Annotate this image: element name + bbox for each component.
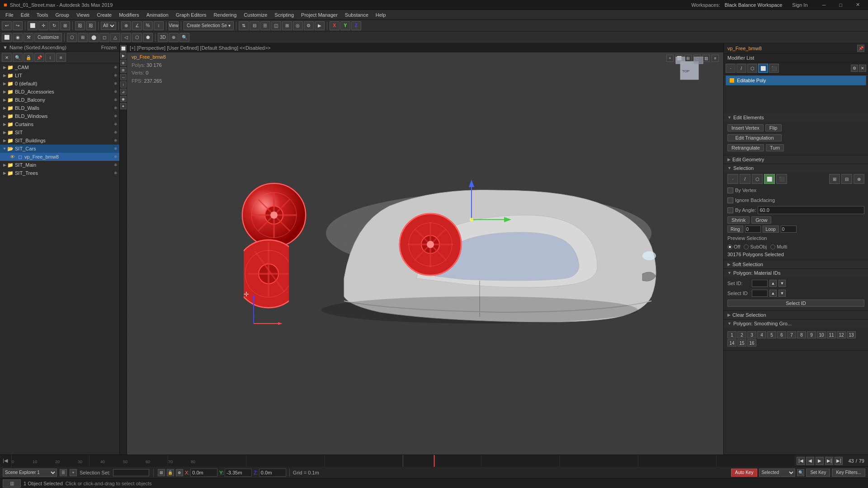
expand-cam[interactable]: ▶: [2, 65, 7, 70]
display-color-btn[interactable]: ▥: [3, 479, 21, 488]
polygon-mat-ids-header[interactable]: ▼ Polygon: Material IDs: [724, 269, 868, 277]
select-id-button[interactable]: Select ID: [727, 300, 864, 307]
goto-start-btn[interactable]: |◀: [797, 457, 805, 465]
sel-element-icon[interactable]: ⬛: [776, 174, 787, 184]
scene-item-sit[interactable]: ▶ 📁 SIT ❄: [0, 128, 119, 136]
redo-button[interactable]: ↪: [13, 21, 23, 30]
polygon-smoothing-header[interactable]: ▼ Polygon: Smoothing Gro...: [724, 319, 868, 328]
scene-item-sit-cars[interactable]: ▼ 📂 SIT_Cars ❄: [0, 145, 119, 153]
unlink-button[interactable]: ⛓: [86, 21, 96, 30]
z-axis[interactable]: Z: [351, 21, 361, 30]
edit-geometry-header[interactable]: ▶ Edit Geometry: [724, 155, 868, 164]
y-input[interactable]: [225, 469, 252, 477]
expand-bldacc[interactable]: ▶: [2, 89, 7, 94]
add-keyframe-btn[interactable]: 🔍: [797, 469, 804, 476]
left-tab-3[interactable]: ⊕: [120, 60, 127, 66]
move-button[interactable]: ✛: [38, 21, 48, 30]
expand-bldwin[interactable]: ▶: [2, 113, 7, 119]
menu-views[interactable]: Views: [73, 10, 93, 20]
scene-item-cam[interactable]: ▶ 📁 _CAM ❄: [0, 63, 119, 71]
left-tab-6[interactable]: ↕: [120, 81, 127, 88]
sm-12[interactable]: 12: [837, 331, 846, 338]
scene-item-bld-bal[interactable]: ▶ 📁 BLD_Balcony ❄: [0, 96, 119, 104]
turn-button[interactable]: Turn: [766, 144, 784, 151]
transform-mode-btn[interactable]: ⊞: [158, 469, 165, 476]
menu-create[interactable]: Create: [93, 10, 115, 20]
sel-edge-icon[interactable]: /: [740, 174, 750, 184]
sm-2[interactable]: 2: [737, 331, 746, 338]
rotate-button[interactable]: ↻: [49, 21, 59, 30]
scene-explorer-selector[interactable]: Scene Explorer 1: [3, 469, 57, 477]
scale-button[interactable]: ⊞: [60, 21, 70, 30]
soft-selection-header[interactable]: ▶ Soft Selection: [724, 260, 868, 268]
render-setup-btn[interactable]: ⚙: [304, 21, 314, 30]
create-sel-btn[interactable]: Create Selection Se ▾: [184, 21, 234, 30]
next-frame-btn[interactable]: ▶|: [825, 457, 833, 465]
vp-nav-plus[interactable]: +: [666, 55, 674, 62]
sm-11[interactable]: 11: [827, 331, 836, 338]
left-tab-2[interactable]: ▶: [120, 52, 127, 59]
menu-animation[interactable]: Animation: [143, 10, 172, 20]
scene-item-default[interactable]: ▶ 📁 0 (default) ❄: [0, 80, 119, 88]
select-id-input[interactable]: [752, 290, 768, 297]
set-id-up[interactable]: ▲: [769, 280, 777, 287]
scene-item-sit-trees[interactable]: ▶ 📁 SIT_Trees ❄: [0, 169, 119, 177]
left-tab-9[interactable]: ✦: [120, 103, 127, 109]
material-btn[interactable]: ◎: [293, 21, 303, 30]
spinner-snap[interactable]: ↕: [154, 21, 164, 30]
panel-icon-edge[interactable]: /: [736, 64, 746, 73]
left-tab-1[interactable]: ⬜: [120, 45, 127, 52]
menu-graph-editors[interactable]: Graph Editors: [172, 10, 210, 20]
align-btn[interactable]: ⊟: [250, 21, 259, 30]
timeline-bar[interactable]: 0 10 20 30 40 50 60 70 80: [11, 455, 795, 467]
auto-key-btn[interactable]: Auto Key: [731, 469, 758, 477]
sel-vertex-icon[interactable]: ·: [727, 174, 738, 184]
tools2-btn[interactable]: ⚒: [24, 33, 33, 42]
sm-3[interactable]: 3: [747, 331, 756, 338]
lock-btn[interactable]: 🔒: [167, 469, 174, 476]
set-id-down[interactable]: ▼: [778, 280, 786, 287]
expand-sit[interactable]: ▶: [2, 130, 7, 135]
expand-sittrees[interactable]: ▶: [2, 170, 7, 176]
play-btn[interactable]: ▶: [816, 457, 824, 465]
menu-project-manager[interactable]: Project Manager: [297, 10, 341, 20]
by-angle-checkbox[interactable]: [727, 207, 733, 213]
insert-vertex-button[interactable]: Insert Vertex: [727, 124, 764, 131]
coord-lock-btn[interactable]: ⊕: [176, 469, 183, 476]
sm-14[interactable]: 14: [727, 339, 736, 347]
panel-icon-polygon[interactable]: ⬜: [758, 64, 768, 73]
sm-10[interactable]: 10: [817, 331, 826, 338]
key-filters-btn[interactable]: Key Filters...: [832, 469, 865, 477]
selected-dropdown[interactable]: Selected: [759, 469, 795, 477]
sm-16[interactable]: 16: [747, 339, 756, 347]
percent-snap[interactable]: %: [143, 21, 153, 30]
nav-cube[interactable]: TOP: [674, 55, 705, 86]
z-input[interactable]: [259, 469, 286, 477]
menu-edit[interactable]: Edit: [17, 10, 33, 20]
selection-set-input[interactable]: [113, 469, 149, 476]
minimize-button[interactable]: ─: [818, 0, 830, 10]
loop-input[interactable]: [781, 225, 797, 233]
clear-selection-header[interactable]: ▶ Clear Selection: [724, 311, 868, 319]
render-btn[interactable]: ▶: [315, 21, 325, 30]
menu-modifiers[interactable]: Modifiers: [115, 10, 143, 20]
select-id-up[interactable]: ▲: [769, 290, 777, 297]
angle-snap[interactable]: ∠: [132, 21, 142, 30]
scene-filter-btn[interactable]: ✕: [2, 53, 12, 62]
filter-dropdown[interactable]: All: [101, 22, 116, 30]
panel-icon-element[interactable]: ⬛: [769, 64, 779, 73]
menu-group[interactable]: Group: [52, 10, 73, 20]
sm-13[interactable]: 13: [847, 331, 856, 338]
sm-7[interactable]: 7: [787, 331, 796, 338]
x-input[interactable]: [190, 469, 217, 477]
expand-curtains[interactable]: ▶: [2, 122, 7, 127]
display-btn[interactable]: ◉: [13, 33, 23, 42]
preview-off-option[interactable]: Off: [727, 244, 740, 249]
snap-toggle[interactable]: ⊕: [121, 21, 131, 30]
cage-btn[interactable]: ⬡: [67, 33, 77, 42]
close-button[interactable]: ✕: [851, 0, 864, 10]
menu-scripting[interactable]: Scripting: [271, 10, 297, 20]
snap2-btn[interactable]: ⊕: [169, 33, 179, 42]
scene-col-btn[interactable]: ≡: [56, 53, 66, 62]
scene-item-sit-main[interactable]: ▶ 📁 SIT_Main ❄: [0, 161, 119, 169]
